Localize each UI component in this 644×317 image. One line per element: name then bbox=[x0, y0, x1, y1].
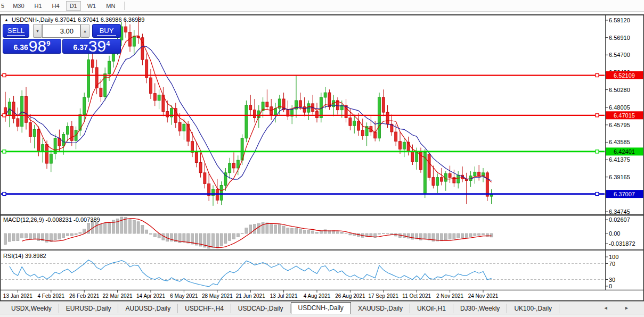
svg-text:21 Jun 2021: 21 Jun 2021 bbox=[236, 293, 265, 299]
timeframe-buttons: M30H1H4D1W1MN bbox=[6, 3, 119, 9]
svg-text:6.42401: 6.42401 bbox=[614, 148, 635, 155]
tab-scroll-right-icon[interactable]: ► bbox=[624, 305, 637, 311]
tab-dj30-weekly[interactable]: DJ30-,Weekly bbox=[453, 304, 507, 313]
timeframe-m30-button[interactable]: M30 bbox=[9, 1, 28, 11]
bid-big-digits: 98 bbox=[29, 39, 46, 53]
svg-text:4 Aug 2021: 4 Aug 2021 bbox=[304, 293, 331, 299]
svg-text:17 Sep 2021: 17 Sep 2021 bbox=[368, 293, 398, 299]
svg-text:6.56910: 6.56910 bbox=[609, 35, 630, 41]
buy-button[interactable]: BUY bbox=[92, 24, 121, 38]
svg-text:6 May 2021: 6 May 2021 bbox=[170, 293, 198, 299]
volume-input[interactable]: 3.00 bbox=[42, 24, 80, 38]
timeframe-m5-partial[interactable]: 5 bbox=[0, 3, 6, 9]
svg-text:6.41375: 6.41375 bbox=[609, 156, 630, 163]
svg-text:100: 100 bbox=[609, 254, 618, 260]
tab-eurusd-daily[interactable]: EURUSD-,Daily bbox=[59, 304, 119, 313]
one-click-trading-panel: SELL ▼ 3.00 ▲ BUY 6.36 98 9 6.37 39 4 bbox=[3, 24, 121, 54]
tab-xauusd-daily[interactable]: XAUUSD-,Daily bbox=[351, 304, 410, 313]
svg-text:6.43585: 6.43585 bbox=[609, 139, 630, 145]
ask-prefix: 6.37 bbox=[74, 43, 88, 52]
svg-text:70: 70 bbox=[609, 261, 615, 267]
timeframe-d1-button[interactable]: D1 bbox=[66, 1, 81, 11]
status-bar bbox=[0, 314, 644, 317]
timeframe-w1-button[interactable]: W1 bbox=[84, 1, 100, 11]
ask-pip-digit: 4 bbox=[106, 39, 110, 47]
tab-usdchf-h4[interactable]: USDCHF-,H4 bbox=[178, 304, 231, 313]
bid-prefix: 6.36 bbox=[14, 43, 28, 52]
hline-6.37007[interactable]: 6.37007 bbox=[1, 190, 643, 198]
rsi-indicator-label: RSI(14) 39.8982 bbox=[3, 253, 46, 259]
bid-pip-digit: 9 bbox=[46, 39, 50, 47]
svg-text:6.54700: 6.54700 bbox=[609, 52, 630, 58]
toolbar-separator bbox=[124, 2, 125, 10]
tab-scroll-left-icon[interactable]: ◄ bbox=[604, 305, 616, 311]
svg-text:24 Nov 2021: 24 Nov 2021 bbox=[468, 293, 499, 299]
symbol-ohlc-label: USDCNH-,Daily 6.37041 6.37041 6.36986 6.… bbox=[12, 16, 145, 23]
chart-window-tabbar: USDX,WeeklyEURUSD-,DailyAUDUSD-,DailyUSD… bbox=[0, 302, 644, 314]
svg-text:6.47015: 6.47015 bbox=[614, 112, 635, 119]
mt4-chart-window: 5 M30H1H4D1W1MN 6.591206.569106.547006.5… bbox=[0, 0, 644, 317]
macd-indicator-label: MACD(12,26,9) -0.008231 -0.007389 bbox=[3, 216, 100, 223]
svg-text:11 Oct 2021: 11 Oct 2021 bbox=[402, 293, 431, 299]
sell-button[interactable]: SELL bbox=[3, 24, 29, 38]
svg-text:-0.031872: -0.031872 bbox=[609, 240, 635, 247]
tab-usdx-weekly[interactable]: USDX,Weekly bbox=[4, 304, 59, 313]
fast-ma bbox=[5, 36, 492, 191]
svg-text:6.37007: 6.37007 bbox=[614, 191, 635, 197]
buy-price-button[interactable]: 6.37 39 4 bbox=[62, 39, 121, 54]
tab-usdcad-daily[interactable]: USDCAD-,Daily bbox=[231, 304, 291, 313]
chart-title: ▲USDCNH-,Daily 6.37041 6.37041 6.36986 6… bbox=[4, 16, 144, 23]
tab-uk100-daily[interactable]: UK100-,Daily bbox=[507, 304, 559, 313]
svg-text:26 Aug 2021: 26 Aug 2021 bbox=[335, 293, 365, 299]
volume-increase-button[interactable]: ▲ bbox=[80, 24, 89, 38]
collapse-panel-icon[interactable]: ▲ bbox=[4, 18, 9, 22]
timeframe-mn-button[interactable]: MN bbox=[102, 1, 119, 11]
svg-text:0.00: 0.00 bbox=[609, 230, 620, 237]
svg-text:28 May 2021: 28 May 2021 bbox=[202, 293, 233, 299]
svg-text:2 Nov 2021: 2 Nov 2021 bbox=[436, 293, 464, 299]
svg-text:13 Jul 2021: 13 Jul 2021 bbox=[270, 293, 298, 299]
svg-text:6.52109: 6.52109 bbox=[614, 72, 635, 79]
timeframe-toolbar: 5 M30H1H4D1W1MN bbox=[0, 0, 644, 12]
svg-text:6.45795: 6.45795 bbox=[609, 122, 630, 128]
svg-text:0.02607: 0.02607 bbox=[609, 216, 630, 223]
volume-decrease-button[interactable]: ▼ bbox=[33, 24, 42, 38]
ask-big-digits: 39 bbox=[88, 39, 106, 53]
rsi-line bbox=[10, 260, 492, 287]
svg-text:6.50280: 6.50280 bbox=[609, 87, 630, 93]
tab-usdcnh-daily[interactable]: USDCNH-,Daily bbox=[291, 302, 351, 314]
tab-audusd-daily[interactable]: AUDUSD-,Daily bbox=[118, 304, 178, 313]
svg-text:4 Feb 2021: 4 Feb 2021 bbox=[37, 293, 64, 299]
slow-ma bbox=[5, 46, 492, 181]
svg-text:6.59120: 6.59120 bbox=[609, 17, 630, 23]
svg-text:30: 30 bbox=[609, 277, 615, 283]
tab-ukoil-h1[interactable]: UKOil-,H1 bbox=[410, 304, 453, 313]
svg-text:6.39165: 6.39165 bbox=[609, 174, 630, 180]
timeframe-h4-button[interactable]: H4 bbox=[48, 1, 63, 11]
svg-text:13 Jan 2021: 13 Jan 2021 bbox=[3, 293, 32, 299]
svg-text:26 Feb 2021: 26 Feb 2021 bbox=[69, 293, 100, 299]
svg-text:6.48005: 6.48005 bbox=[609, 104, 630, 111]
svg-text:6.34745: 6.34745 bbox=[609, 208, 630, 215]
svg-text:14 Apr 2021: 14 Apr 2021 bbox=[136, 293, 165, 299]
sell-price-button[interactable]: 6.36 98 9 bbox=[3, 39, 61, 54]
svg-text:22 Mar 2021: 22 Mar 2021 bbox=[103, 293, 133, 299]
timeframe-h1-button[interactable]: H1 bbox=[31, 1, 46, 11]
svg-text:0: 0 bbox=[609, 283, 612, 289]
hline-6.42401[interactable]: 6.42401 bbox=[1, 147, 643, 155]
chart-tabs: USDX,WeeklyEURUSD-,DailyAUDUSD-,DailyUSD… bbox=[4, 302, 559, 314]
